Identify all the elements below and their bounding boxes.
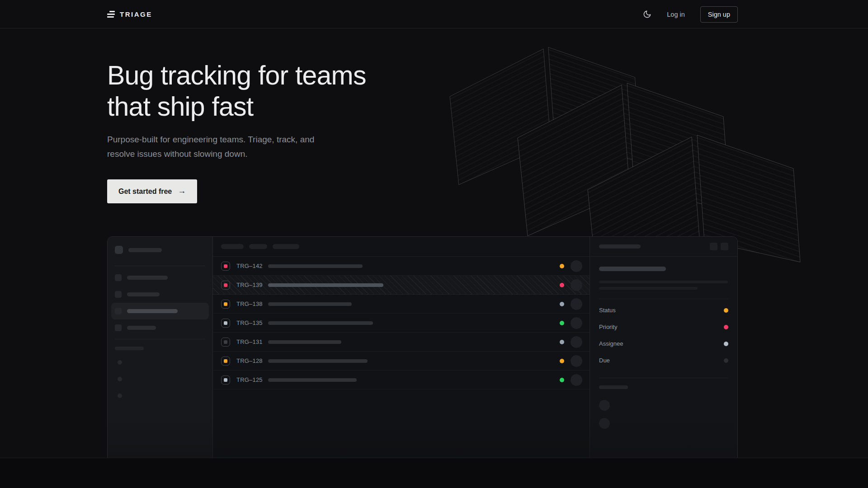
sidebar-item-placeholder xyxy=(111,286,209,303)
detail-panel-body: Status Priority Assignee Due xyxy=(590,257,737,438)
issue-title-placeholder xyxy=(268,321,373,325)
divider xyxy=(599,299,728,299)
sidebar-icon-placeholder xyxy=(115,324,122,331)
issue-title-placeholder xyxy=(268,340,341,344)
issue-id: TRG–139 xyxy=(236,282,263,288)
issue-row: TRG–125 xyxy=(213,371,590,389)
signup-button[interactable]: Sign up xyxy=(700,6,738,23)
issue-type-icon xyxy=(221,375,230,385)
assignee-avatar xyxy=(571,336,582,348)
assignee-avatar xyxy=(571,355,582,367)
issue-title-placeholder xyxy=(268,359,368,363)
app-preview-mockup: TRG–142 TRG–139 TRG–138 TRG–135 TRG–131 xyxy=(107,236,738,488)
footer xyxy=(0,458,868,488)
field-value-dot xyxy=(724,358,728,363)
login-link[interactable]: Log in xyxy=(667,11,685,18)
issue-row: TRG–138 xyxy=(213,295,590,314)
issue-type-icon xyxy=(221,357,230,366)
field-label: Status xyxy=(599,307,616,314)
issue-title-placeholder xyxy=(268,378,357,382)
field-value-dot xyxy=(724,325,728,329)
sidebar-dot-placeholder xyxy=(118,394,122,398)
sidebar-icon-placeholder xyxy=(115,274,122,281)
issue-title-placeholder xyxy=(268,283,383,287)
sidebar-label-placeholder xyxy=(127,326,156,330)
issue-description-placeholder xyxy=(599,281,728,283)
issue-id: TRG–142 xyxy=(236,263,263,269)
comment-avatar-placeholder xyxy=(599,400,610,411)
mockup-sidebar xyxy=(108,237,213,488)
comment-avatar-placeholder xyxy=(599,418,610,429)
workspace-name-placeholder xyxy=(128,248,162,252)
status-dot xyxy=(560,321,564,325)
issue-title-placeholder xyxy=(268,264,363,268)
assignee-avatar xyxy=(571,298,582,310)
issue-type-icon xyxy=(221,338,230,347)
filter-pill-placeholder xyxy=(221,244,244,249)
assignee-avatar xyxy=(571,317,582,329)
issue-title-placeholder xyxy=(599,267,666,271)
status-dot xyxy=(560,359,564,363)
sidebar-item-placeholder xyxy=(111,319,209,336)
issue-row: TRG–135 xyxy=(213,314,590,333)
issue-row: TRG–139 xyxy=(213,276,590,295)
moon-icon xyxy=(643,10,651,19)
issue-id: TRG–128 xyxy=(236,357,263,364)
issue-id: TRG–135 xyxy=(236,319,263,326)
sidebar-section-label-placeholder xyxy=(115,347,144,350)
triage-logo-icon xyxy=(107,11,115,18)
issue-type-icon xyxy=(221,262,230,271)
mockup-sidebar-logo xyxy=(115,246,205,254)
hero-title: Bug tracking for teamsthat ship fast xyxy=(107,60,366,122)
sidebar-icon-placeholder xyxy=(115,291,122,298)
field-label: Due xyxy=(599,357,610,364)
navbar: TRIAGE Log in Sign up xyxy=(0,0,868,28)
mockup-detail-panel: Status Priority Assignee Due xyxy=(590,237,737,488)
filter-pill-placeholder xyxy=(273,244,299,249)
assignee-avatar xyxy=(571,260,582,272)
detail-action-placeholder xyxy=(721,243,728,250)
field-value-dot xyxy=(724,308,728,313)
sidebar-label-placeholder xyxy=(127,309,178,313)
issue-row: TRG–142 xyxy=(213,257,590,276)
mockup-issue-list: TRG–142 TRG–139 TRG–138 TRG–135 TRG–131 xyxy=(213,237,590,488)
theme-toggle-button[interactable] xyxy=(643,10,651,19)
issue-id: TRG–131 xyxy=(236,338,263,345)
detail-title-placeholder xyxy=(599,244,641,249)
issue-title-placeholder xyxy=(268,302,352,306)
brand-logo[interactable]: TRIAGE xyxy=(107,10,152,18)
issue-id: TRG–138 xyxy=(236,300,263,307)
detail-fields: Status Priority Assignee Due xyxy=(599,302,728,369)
divider xyxy=(115,339,205,339)
detail-field-row: Assignee xyxy=(599,335,728,352)
sidebar-dot-placeholder xyxy=(118,377,122,381)
divider xyxy=(599,378,728,378)
workspace-icon-placeholder xyxy=(115,246,123,254)
detail-field-row: Priority xyxy=(599,319,728,335)
divider xyxy=(115,266,205,266)
detail-field-row: Due xyxy=(599,352,728,369)
arrow-right-icon: → xyxy=(178,186,186,196)
sidebar-label-placeholder xyxy=(127,276,168,280)
filter-pill-placeholder xyxy=(249,244,267,249)
mockup-sidebar-nav xyxy=(115,269,205,336)
status-dot xyxy=(560,302,564,306)
sidebar-label-placeholder xyxy=(127,292,160,296)
sidebar-icon-placeholder xyxy=(115,308,122,314)
detail-field-row: Status xyxy=(599,302,728,319)
detail-header-actions xyxy=(710,243,728,250)
activity-section-label-placeholder xyxy=(599,385,628,389)
issue-type-icon xyxy=(221,319,230,328)
issue-description-placeholder xyxy=(599,287,698,290)
issue-type-icon xyxy=(221,300,230,309)
issue-type-icon xyxy=(221,281,230,290)
landing-page: TRIAGE Log in Sign up Bug tracking for t… xyxy=(0,0,868,488)
get-started-button[interactable]: Get started free → xyxy=(107,179,197,203)
issue-row: TRG–128 xyxy=(213,352,590,371)
navbar-inner: TRIAGE Log in Sign up xyxy=(107,0,738,28)
detail-action-placeholder xyxy=(710,243,717,250)
status-dot xyxy=(560,340,564,344)
status-dot xyxy=(560,283,564,287)
mockup-list-header xyxy=(213,237,590,257)
status-dot xyxy=(560,378,564,382)
